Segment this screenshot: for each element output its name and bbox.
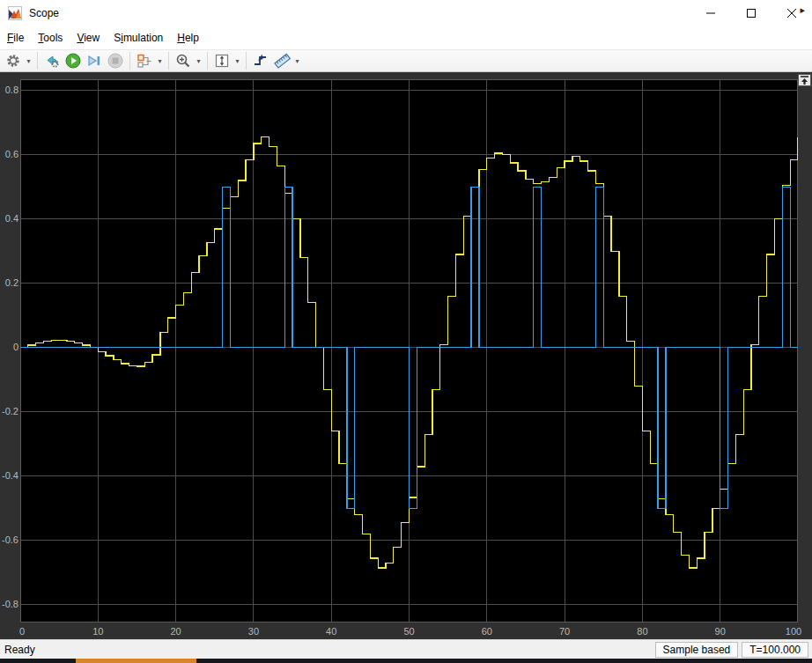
y-tick-label: 0.8 bbox=[0, 85, 18, 96]
title-bar: Scope bbox=[0, 0, 812, 26]
menu-overflow-arrow[interactable]: ▸ bbox=[800, 4, 805, 16]
status-text: Ready bbox=[4, 644, 655, 656]
menu-view[interactable]: View bbox=[70, 26, 107, 49]
axes-panel: 0.80.60.40.20-0.2-0.4-0.6-0.801020304050… bbox=[0, 72, 812, 639]
x-tick-label: 0 bbox=[19, 626, 25, 637]
y-tick-label: 0.4 bbox=[0, 213, 18, 225]
scope-window: Scope FileToolsViewSimulationHelp ▸ ▾▾▾▾… bbox=[0, 0, 812, 663]
menu-tools[interactable]: Tools bbox=[31, 26, 70, 49]
y-tick-label: -0.6 bbox=[0, 534, 18, 546]
toolbar-separator bbox=[129, 52, 130, 70]
scroll-to-top-icon bbox=[800, 76, 809, 85]
zoom-button[interactable] bbox=[173, 51, 194, 70]
signal-selector-button[interactable] bbox=[134, 51, 155, 70]
highlight-simulink-block-icon bbox=[44, 53, 61, 69]
status-panel-sim-time: T=100.000 bbox=[742, 642, 808, 658]
menu-simulation[interactable]: Simulation bbox=[107, 26, 170, 49]
toolbar-separator bbox=[246, 52, 247, 70]
settings-gear-button[interactable] bbox=[3, 51, 24, 70]
measurements-button[interactable] bbox=[271, 51, 292, 70]
highlight-simulink-block-button[interactable] bbox=[41, 51, 63, 70]
stop-button[interactable] bbox=[105, 51, 126, 70]
x-tick-label: 30 bbox=[248, 626, 259, 637]
settings-gear-dropdown-caret[interactable]: ▾ bbox=[24, 51, 33, 70]
close-icon bbox=[787, 9, 796, 18]
zoom-dropdown-caret[interactable]: ▾ bbox=[194, 51, 203, 70]
maximize-icon bbox=[747, 9, 756, 18]
x-tick-label: 60 bbox=[482, 626, 492, 637]
x-tick-label: 40 bbox=[326, 626, 336, 637]
fit-to-view-dropdown-caret[interactable]: ▾ bbox=[233, 51, 242, 70]
step-forward-button[interactable] bbox=[84, 51, 105, 70]
toolbar-separator bbox=[37, 52, 38, 70]
signal-selector-dropdown-caret[interactable]: ▾ bbox=[155, 51, 165, 70]
x-tick-label: 20 bbox=[170, 626, 181, 637]
x-tick-label: 100 bbox=[786, 626, 801, 637]
menu-bar: FileToolsViewSimulationHelp bbox=[0, 26, 812, 49]
y-tick-label: -0.8 bbox=[0, 599, 18, 610]
menu-file[interactable]: File bbox=[0, 26, 31, 49]
y-tick-label: 0 bbox=[0, 342, 18, 353]
measurements-icon bbox=[274, 53, 291, 69]
close-button[interactable] bbox=[771, 0, 812, 26]
x-tick-label: 50 bbox=[403, 626, 414, 637]
status-panel-sample-mode: Sample based bbox=[655, 642, 739, 658]
y-tick-label: -0.4 bbox=[0, 470, 18, 482]
fit-to-view-button[interactable] bbox=[211, 51, 233, 70]
x-tick-label: 90 bbox=[715, 626, 726, 637]
measurements-dropdown-caret[interactable]: ▾ bbox=[292, 51, 302, 70]
plot-area[interactable] bbox=[20, 79, 798, 622]
y-tick-label: -0.2 bbox=[0, 406, 18, 417]
status-bar: Ready Sample based T=100.000 bbox=[0, 639, 812, 659]
window-title: Scope bbox=[29, 7, 59, 19]
taskbar-strip bbox=[0, 659, 812, 663]
x-tick-label: 10 bbox=[92, 626, 103, 637]
scope-app-icon bbox=[8, 6, 22, 20]
minimize-icon bbox=[706, 9, 715, 18]
maximize-button[interactable] bbox=[731, 0, 771, 26]
trigger-button[interactable] bbox=[250, 51, 271, 70]
menu-help[interactable]: Help bbox=[170, 26, 206, 49]
step-forward-icon bbox=[86, 53, 102, 69]
settings-gear-icon bbox=[5, 53, 21, 69]
fit-to-view-icon bbox=[214, 53, 230, 69]
scroll-to-top-button[interactable] bbox=[798, 74, 811, 86]
run-button[interactable] bbox=[63, 51, 84, 70]
x-tick-label: 80 bbox=[637, 626, 647, 637]
toolbar-separator bbox=[168, 52, 169, 70]
taskbar-accent bbox=[76, 659, 196, 663]
y-tick-label: 0.2 bbox=[0, 277, 18, 289]
trigger-icon bbox=[253, 53, 269, 69]
run-icon bbox=[65, 53, 81, 69]
toolbar-separator bbox=[207, 52, 208, 70]
zoom-icon bbox=[175, 53, 191, 69]
minimize-button[interactable] bbox=[690, 0, 731, 26]
toolbar: ▾▾▾▾▾ bbox=[0, 49, 812, 72]
y-tick-label: 0.6 bbox=[0, 149, 18, 160]
x-tick-label: 70 bbox=[559, 626, 570, 637]
stop-icon bbox=[107, 53, 123, 69]
signal-selector-icon bbox=[137, 53, 153, 69]
